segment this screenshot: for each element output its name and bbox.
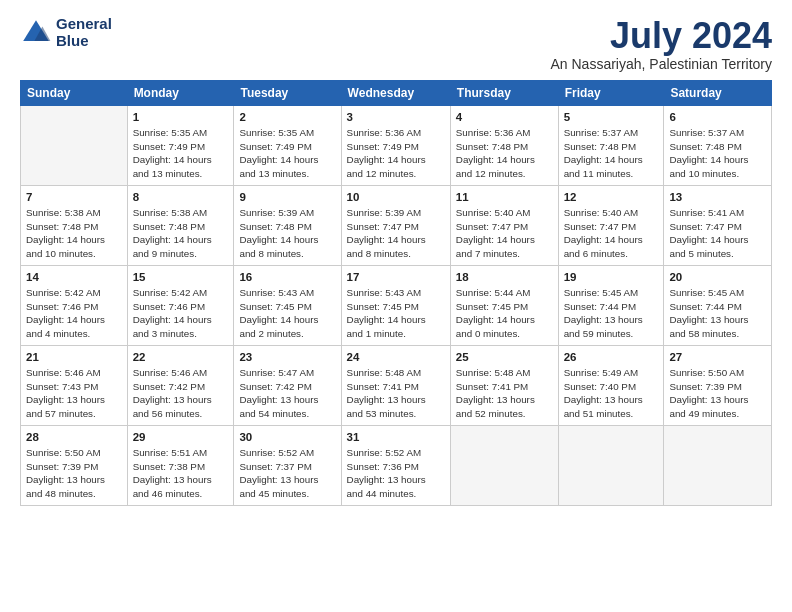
day-detail: Sunrise: 5:48 AM Sunset: 7:41 PM Dayligh… <box>456 366 553 420</box>
calendar-cell: 22Sunrise: 5:46 AM Sunset: 7:42 PM Dayli… <box>127 345 234 425</box>
calendar-header-row: SundayMondayTuesdayWednesdayThursdayFrid… <box>21 80 772 105</box>
calendar-week-5: 28Sunrise: 5:50 AM Sunset: 7:39 PM Dayli… <box>21 425 772 505</box>
title-block: July 2024 An Nassariyah, Palestinian Ter… <box>550 16 772 72</box>
day-detail: Sunrise: 5:43 AM Sunset: 7:45 PM Dayligh… <box>239 286 335 340</box>
day-detail: Sunrise: 5:45 AM Sunset: 7:44 PM Dayligh… <box>564 286 659 340</box>
calendar-cell: 8Sunrise: 5:38 AM Sunset: 7:48 PM Daylig… <box>127 185 234 265</box>
logo-line1: General <box>56 15 112 32</box>
logo-icon <box>20 17 52 49</box>
calendar-week-4: 21Sunrise: 5:46 AM Sunset: 7:43 PM Dayli… <box>21 345 772 425</box>
day-detail: Sunrise: 5:52 AM Sunset: 7:37 PM Dayligh… <box>239 446 335 500</box>
day-detail: Sunrise: 5:51 AM Sunset: 7:38 PM Dayligh… <box>133 446 229 500</box>
calendar-cell: 1Sunrise: 5:35 AM Sunset: 7:49 PM Daylig… <box>127 105 234 185</box>
calendar-week-3: 14Sunrise: 5:42 AM Sunset: 7:46 PM Dayli… <box>21 265 772 345</box>
day-number: 24 <box>347 350 445 366</box>
day-number: 25 <box>456 350 553 366</box>
calendar-cell: 18Sunrise: 5:44 AM Sunset: 7:45 PM Dayli… <box>450 265 558 345</box>
day-detail: Sunrise: 5:40 AM Sunset: 7:47 PM Dayligh… <box>564 206 659 260</box>
calendar-cell: 27Sunrise: 5:50 AM Sunset: 7:39 PM Dayli… <box>664 345 772 425</box>
header-day-sunday: Sunday <box>21 80 128 105</box>
day-number: 22 <box>133 350 229 366</box>
day-detail: Sunrise: 5:37 AM Sunset: 7:48 PM Dayligh… <box>669 126 766 180</box>
day-detail: Sunrise: 5:46 AM Sunset: 7:42 PM Dayligh… <box>133 366 229 420</box>
logo-line2: Blue <box>56 32 89 49</box>
day-detail: Sunrise: 5:36 AM Sunset: 7:49 PM Dayligh… <box>347 126 445 180</box>
day-detail: Sunrise: 5:35 AM Sunset: 7:49 PM Dayligh… <box>239 126 335 180</box>
calendar-cell: 29Sunrise: 5:51 AM Sunset: 7:38 PM Dayli… <box>127 425 234 505</box>
calendar-cell <box>558 425 664 505</box>
day-number: 20 <box>669 270 766 286</box>
calendar-cell: 5Sunrise: 5:37 AM Sunset: 7:48 PM Daylig… <box>558 105 664 185</box>
subtitle: An Nassariyah, Palestinian Territory <box>550 56 772 72</box>
calendar-cell: 4Sunrise: 5:36 AM Sunset: 7:48 PM Daylig… <box>450 105 558 185</box>
day-number: 11 <box>456 190 553 206</box>
page: General Blue July 2024 An Nassariyah, Pa… <box>0 0 792 612</box>
calendar-cell: 28Sunrise: 5:50 AM Sunset: 7:39 PM Dayli… <box>21 425 128 505</box>
calendar-week-2: 7Sunrise: 5:38 AM Sunset: 7:48 PM Daylig… <box>21 185 772 265</box>
day-number: 3 <box>347 110 445 126</box>
calendar-week-1: 1Sunrise: 5:35 AM Sunset: 7:49 PM Daylig… <box>21 105 772 185</box>
calendar-cell: 14Sunrise: 5:42 AM Sunset: 7:46 PM Dayli… <box>21 265 128 345</box>
day-number: 23 <box>239 350 335 366</box>
calendar-cell: 6Sunrise: 5:37 AM Sunset: 7:48 PM Daylig… <box>664 105 772 185</box>
day-number: 6 <box>669 110 766 126</box>
calendar-cell: 3Sunrise: 5:36 AM Sunset: 7:49 PM Daylig… <box>341 105 450 185</box>
header-day-wednesday: Wednesday <box>341 80 450 105</box>
header-day-tuesday: Tuesday <box>234 80 341 105</box>
day-detail: Sunrise: 5:49 AM Sunset: 7:40 PM Dayligh… <box>564 366 659 420</box>
day-number: 16 <box>239 270 335 286</box>
calendar-cell: 21Sunrise: 5:46 AM Sunset: 7:43 PM Dayli… <box>21 345 128 425</box>
day-detail: Sunrise: 5:41 AM Sunset: 7:47 PM Dayligh… <box>669 206 766 260</box>
day-number: 30 <box>239 430 335 446</box>
day-number: 18 <box>456 270 553 286</box>
day-detail: Sunrise: 5:43 AM Sunset: 7:45 PM Dayligh… <box>347 286 445 340</box>
day-number: 10 <box>347 190 445 206</box>
day-number: 9 <box>239 190 335 206</box>
day-detail: Sunrise: 5:35 AM Sunset: 7:49 PM Dayligh… <box>133 126 229 180</box>
day-detail: Sunrise: 5:38 AM Sunset: 7:48 PM Dayligh… <box>26 206 122 260</box>
calendar: SundayMondayTuesdayWednesdayThursdayFrid… <box>20 80 772 506</box>
day-number: 19 <box>564 270 659 286</box>
calendar-cell: 25Sunrise: 5:48 AM Sunset: 7:41 PM Dayli… <box>450 345 558 425</box>
calendar-cell: 7Sunrise: 5:38 AM Sunset: 7:48 PM Daylig… <box>21 185 128 265</box>
day-detail: Sunrise: 5:42 AM Sunset: 7:46 PM Dayligh… <box>26 286 122 340</box>
day-detail: Sunrise: 5:40 AM Sunset: 7:47 PM Dayligh… <box>456 206 553 260</box>
day-detail: Sunrise: 5:39 AM Sunset: 7:48 PM Dayligh… <box>239 206 335 260</box>
day-detail: Sunrise: 5:36 AM Sunset: 7:48 PM Dayligh… <box>456 126 553 180</box>
calendar-cell: 20Sunrise: 5:45 AM Sunset: 7:44 PM Dayli… <box>664 265 772 345</box>
day-number: 4 <box>456 110 553 126</box>
calendar-cell: 15Sunrise: 5:42 AM Sunset: 7:46 PM Dayli… <box>127 265 234 345</box>
calendar-cell: 11Sunrise: 5:40 AM Sunset: 7:47 PM Dayli… <box>450 185 558 265</box>
day-number: 31 <box>347 430 445 446</box>
day-number: 1 <box>133 110 229 126</box>
day-number: 8 <box>133 190 229 206</box>
day-number: 15 <box>133 270 229 286</box>
logo-text: General Blue <box>56 16 112 49</box>
day-detail: Sunrise: 5:42 AM Sunset: 7:46 PM Dayligh… <box>133 286 229 340</box>
day-number: 26 <box>564 350 659 366</box>
header-day-saturday: Saturday <box>664 80 772 105</box>
day-number: 27 <box>669 350 766 366</box>
day-number: 5 <box>564 110 659 126</box>
calendar-cell: 26Sunrise: 5:49 AM Sunset: 7:40 PM Dayli… <box>558 345 664 425</box>
calendar-cell: 31Sunrise: 5:52 AM Sunset: 7:36 PM Dayli… <box>341 425 450 505</box>
calendar-cell: 19Sunrise: 5:45 AM Sunset: 7:44 PM Dayli… <box>558 265 664 345</box>
calendar-cell: 23Sunrise: 5:47 AM Sunset: 7:42 PM Dayli… <box>234 345 341 425</box>
main-title: July 2024 <box>550 16 772 56</box>
calendar-cell: 9Sunrise: 5:39 AM Sunset: 7:48 PM Daylig… <box>234 185 341 265</box>
calendar-cell: 24Sunrise: 5:48 AM Sunset: 7:41 PM Dayli… <box>341 345 450 425</box>
day-detail: Sunrise: 5:50 AM Sunset: 7:39 PM Dayligh… <box>669 366 766 420</box>
calendar-cell <box>21 105 128 185</box>
calendar-cell: 13Sunrise: 5:41 AM Sunset: 7:47 PM Dayli… <box>664 185 772 265</box>
calendar-cell: 30Sunrise: 5:52 AM Sunset: 7:37 PM Dayli… <box>234 425 341 505</box>
day-detail: Sunrise: 5:38 AM Sunset: 7:48 PM Dayligh… <box>133 206 229 260</box>
calendar-cell <box>450 425 558 505</box>
day-number: 13 <box>669 190 766 206</box>
day-number: 28 <box>26 430 122 446</box>
header-day-thursday: Thursday <box>450 80 558 105</box>
day-detail: Sunrise: 5:45 AM Sunset: 7:44 PM Dayligh… <box>669 286 766 340</box>
day-detail: Sunrise: 5:39 AM Sunset: 7:47 PM Dayligh… <box>347 206 445 260</box>
day-number: 17 <box>347 270 445 286</box>
calendar-cell: 16Sunrise: 5:43 AM Sunset: 7:45 PM Dayli… <box>234 265 341 345</box>
calendar-cell <box>664 425 772 505</box>
